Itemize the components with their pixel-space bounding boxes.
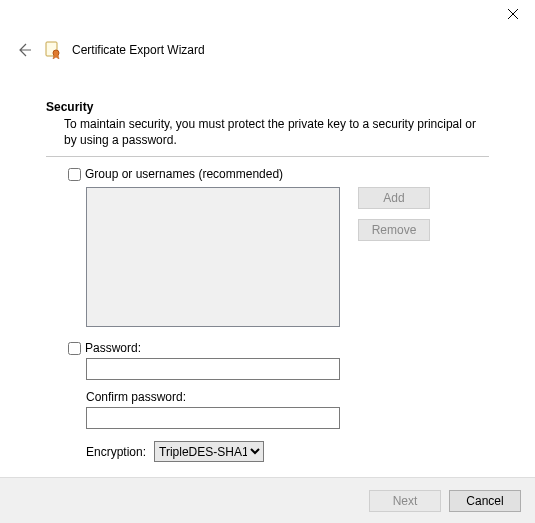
confirm-password-input[interactable]: [86, 407, 340, 429]
close-icon: [508, 9, 518, 19]
group-usernames-buttons: Add Remove: [358, 187, 430, 327]
group-usernames-area: Add Remove: [46, 187, 489, 327]
group-usernames-checkbox[interactable]: [68, 168, 81, 181]
section-description: To maintain security, you must protect t…: [46, 116, 489, 148]
wizard-title: Certificate Export Wizard: [72, 43, 205, 57]
group-usernames-listbox[interactable]: [86, 187, 340, 327]
group-usernames-label: Group or usernames (recommended): [85, 167, 283, 181]
encryption-row: Encryption: TripleDES-SHA1: [46, 441, 489, 462]
password-block: Password:: [46, 341, 489, 380]
close-button[interactable]: [490, 0, 535, 28]
arrow-left-icon: [16, 42, 32, 58]
password-checkbox[interactable]: [68, 342, 81, 355]
content-area: Security To maintain security, you must …: [0, 60, 535, 462]
confirm-password-label: Confirm password:: [86, 390, 186, 404]
add-button[interactable]: Add: [358, 187, 430, 209]
encryption-label: Encryption:: [86, 445, 146, 459]
next-button[interactable]: Next: [369, 490, 441, 512]
confirm-password-block: Confirm password:: [46, 390, 489, 429]
wizard-header: Certificate Export Wizard: [0, 32, 535, 60]
titlebar: [0, 0, 535, 32]
password-input[interactable]: [86, 358, 340, 380]
group-usernames-row: Group or usernames (recommended): [46, 167, 489, 181]
divider: [46, 156, 489, 157]
encryption-select[interactable]: TripleDES-SHA1: [154, 441, 264, 462]
cancel-button[interactable]: Cancel: [449, 490, 521, 512]
section-title: Security: [46, 100, 489, 114]
remove-button[interactable]: Remove: [358, 219, 430, 241]
certificate-icon: [44, 41, 62, 59]
back-button[interactable]: [14, 40, 34, 60]
footer: Next Cancel: [0, 477, 535, 523]
password-label: Password:: [85, 341, 141, 355]
